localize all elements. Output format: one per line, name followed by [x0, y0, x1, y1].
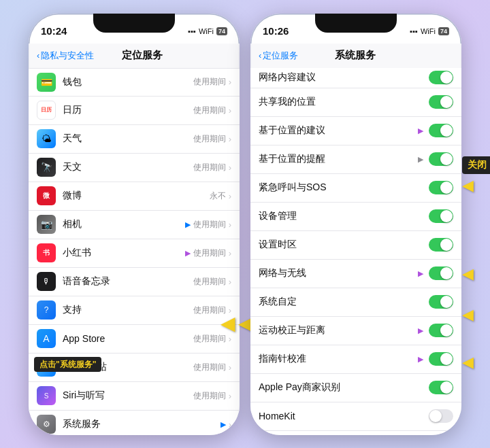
- chevron-right-icon: ›: [229, 105, 231, 116]
- content-right: 网络内容建议 共享我的位置 基于位置的建议 ▶ 基于位置的提醒 ▶: [250, 68, 461, 435]
- item-label-system: 系统服务: [63, 418, 220, 430]
- item-label: Siri与听写: [63, 390, 193, 402]
- toggle-switch[interactable]: [429, 124, 453, 137]
- toggle-switch[interactable]: [429, 409, 453, 423]
- toggle-switch[interactable]: [429, 295, 453, 309]
- toggle-switch[interactable]: [429, 266, 453, 280]
- page-title-left: 定位服务: [94, 49, 191, 62]
- toggle-switch[interactable]: [429, 181, 453, 194]
- back-button-right[interactable]: ‹ 定位服务: [259, 50, 298, 62]
- list-left: 💳 钱包 使用期间 › 日历 日历 使用期间 › 🌤 天气: [29, 68, 240, 435]
- chevron-right-icon: ›: [229, 419, 231, 430]
- app-icon-weather: 🌤: [37, 129, 56, 148]
- list-item[interactable]: 🔭 天文 使用期间 ›: [29, 154, 240, 182]
- chevron-right-icon: ›: [229, 191, 231, 201]
- toggle-switch[interactable]: [429, 152, 453, 166]
- list-item-appstore[interactable]: A App Store 使用期间 ›: [29, 325, 240, 354]
- list-right: 网络内容建议 共享我的位置 基于位置的建议 ▶ 基于位置的提醒 ▶: [250, 68, 461, 435]
- list-item[interactable]: 🎙 语音备忘录 使用期间 ›: [29, 268, 240, 296]
- app-icon-wallet: 💳: [37, 73, 56, 92]
- right-arrow3: ◀: [462, 306, 474, 324]
- list-item[interactable]: 设置时区: [250, 231, 461, 260]
- list-item[interactable]: 运动校正与距离 ▶: [250, 317, 461, 345]
- item-label: 设备管理: [259, 210, 426, 222]
- list-item[interactable]: 💳 钱包 使用期间 ›: [29, 68, 240, 97]
- list-item[interactable]: ⊙ Safari网站 使用期间 ›: [29, 354, 240, 382]
- app-icon-siri: S: [37, 386, 56, 405]
- right-arrows: ◀: [462, 177, 474, 194]
- list-item[interactable]: 书 小红书 ▶ 使用期间 ›: [29, 239, 240, 268]
- item-label: Safari网站: [63, 361, 193, 373]
- signal-icon-r: ▪▪▪: [410, 27, 418, 35]
- list-item[interactable]: 🌤 天气 使用期间 ›: [29, 125, 240, 154]
- chevron-left-icon: ‹: [37, 50, 39, 61]
- item-label: 日历: [63, 104, 193, 116]
- item-label: 紧急呼叫与SOS: [259, 182, 426, 194]
- item-label-appstore: App Store: [63, 333, 193, 344]
- location-icon: ▶: [418, 326, 423, 335]
- battery-right: 74: [438, 27, 449, 35]
- item-value: 使用期间: [193, 105, 226, 116]
- status-icons-right: ▪▪▪ WiFi 74: [410, 27, 449, 35]
- app-icon-xiaohongshu: 书: [37, 243, 56, 262]
- app-icon-telescope: 🔭: [37, 158, 56, 177]
- location-icon: ▶: [418, 355, 423, 364]
- status-icons-left: ▪▪▪ WiFi 74: [188, 27, 227, 35]
- chevron-right-icon: ›: [229, 248, 231, 258]
- list-item[interactable]: 紧急呼叫与SOS: [250, 174, 461, 203]
- item-label: 共享我的位置: [259, 96, 426, 108]
- toggle-switch[interactable]: [429, 71, 453, 84]
- toggle-switch[interactable]: [429, 324, 453, 337]
- list-item[interactable]: 网络与无线 ▶: [250, 260, 461, 288]
- item-value: 使用期间: [193, 162, 226, 173]
- item-value: 使用期间: [193, 333, 226, 345]
- list-item[interactable]: 日历 日历 使用期间 ›: [29, 97, 240, 125]
- list-item[interactable]: ? 支持 使用期间 ›: [29, 296, 240, 325]
- notch: [93, 14, 175, 33]
- list-item[interactable]: 网络内容建议: [250, 68, 461, 88]
- app-icon-settings: ⚙: [37, 415, 56, 434]
- list-item[interactable]: S Siri与听写 使用期间 ›: [29, 382, 240, 411]
- right-phone: 10:26 ▪▪▪ WiFi 74 ‹ 定位服务 系统服务 网络内容建议: [250, 14, 461, 435]
- list-item[interactable]: 指南针校准 ▶: [250, 345, 461, 374]
- item-value: 使用期间: [193, 390, 226, 402]
- list-item-important-places[interactable]: 重要地点 关闭 ›: [250, 431, 461, 435]
- chevron-right-icon: ›: [229, 391, 231, 401]
- chevron-right-icon: ›: [229, 334, 231, 344]
- list-item[interactable]: HomeKit: [250, 402, 461, 431]
- wifi-icon: WiFi: [199, 27, 214, 35]
- item-label: 网络与无线: [259, 267, 418, 279]
- list-item[interactable]: 基于位置的提醒 ▶: [250, 145, 461, 174]
- item-value: 使用期间: [193, 362, 226, 373]
- list-item-system-services[interactable]: ⚙ 系统服务 ▶ ›: [29, 411, 240, 435]
- list-item[interactable]: 微 微博 永不 ›: [29, 182, 240, 211]
- toggle-switch[interactable]: [429, 352, 453, 366]
- list-item[interactable]: 系统自定: [250, 288, 461, 317]
- list-item[interactable]: Apple Pay商家识别: [250, 374, 461, 402]
- item-label: 天文: [63, 161, 193, 173]
- chevron-left-icon-r: ‹: [259, 50, 261, 61]
- chevron-right-icon: ›: [229, 277, 231, 287]
- item-value: 使用期间: [193, 247, 226, 259]
- notch-right: [315, 14, 397, 33]
- location-icon: ▶: [418, 126, 423, 135]
- list-item[interactable]: 基于位置的建议 ▶: [250, 117, 461, 145]
- list-item[interactable]: 📷 相机 ▶ 使用期间 ›: [29, 211, 240, 239]
- item-label: HomeKit: [259, 411, 426, 421]
- toggle-switch[interactable]: [429, 381, 453, 394]
- item-label: Apple Pay商家识别: [259, 381, 426, 394]
- app-icon-weibo: 微: [37, 186, 56, 205]
- toggle-switch[interactable]: [429, 95, 453, 109]
- list-item[interactable]: 共享我的位置: [250, 88, 461, 117]
- yellow-arrow-r3: ◀: [462, 306, 474, 323]
- item-label: 运动校正与距离: [259, 324, 418, 337]
- toggle-switch[interactable]: [429, 238, 453, 252]
- item-label: 天气: [63, 133, 193, 145]
- app-icon-appstore: A: [37, 329, 56, 348]
- time-right: 10:26: [263, 25, 289, 37]
- time-left: 10:24: [41, 25, 67, 37]
- app-icon-safari: ⊙: [37, 358, 56, 377]
- back-button-left[interactable]: ‹ 隐私与安全性: [37, 50, 94, 62]
- list-item[interactable]: 设备管理: [250, 203, 461, 231]
- toggle-switch[interactable]: [429, 209, 453, 223]
